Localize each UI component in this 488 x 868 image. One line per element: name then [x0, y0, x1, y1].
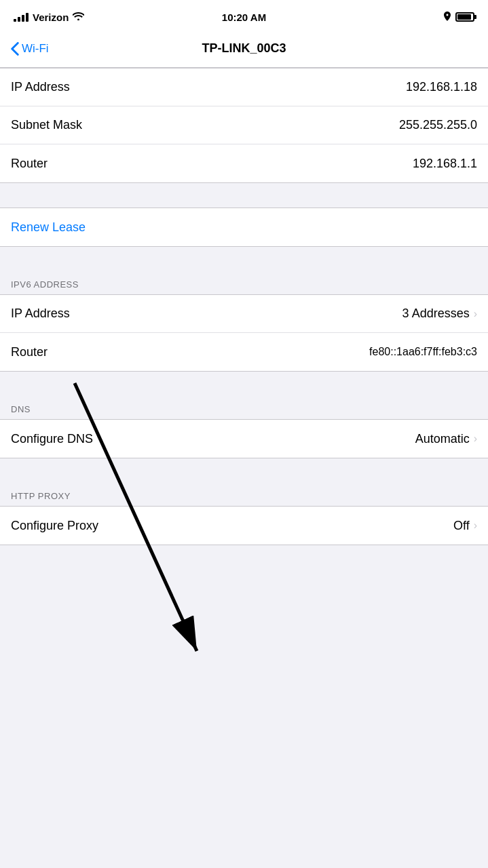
section-spacer — [0, 247, 488, 271]
dns-section-header: DNS — [0, 396, 488, 419]
configure-proxy-value: Off › — [453, 519, 477, 533]
router-label: Router — [11, 157, 48, 171]
subnet-mask-value: 255.255.255.0 — [399, 118, 477, 132]
status-bar: Verizon 10:20 AM — [0, 0, 488, 30]
wifi-icon — [73, 12, 84, 22]
configure-proxy-row[interactable]: Configure Proxy Off › — [0, 507, 488, 545]
table-row[interactable]: IP Address 3 Addresses › — [0, 295, 488, 333]
ipv6-router-value: fe80::1aa6:f7ff:feb3:c3 — [369, 346, 477, 358]
table-row: IP Address 192.168.1.18 — [0, 68, 488, 106]
location-icon — [443, 12, 451, 23]
chevron-right-icon: › — [474, 519, 477, 532]
dns-header-text: DNS — [11, 404, 31, 414]
ipv6-header-text: IPV6 ADDRESS — [11, 279, 79, 290]
back-button[interactable]: Wi-Fi — [11, 42, 49, 56]
status-left: Verizon — [14, 12, 84, 23]
configure-dns-row[interactable]: Configure DNS Automatic › — [0, 420, 488, 458]
http-proxy-section-header: HTTP PROXY — [0, 483, 488, 506]
ipv6-section-header: IPV6 ADDRESS — [0, 271, 488, 294]
ipv6-ip-address-label: IP Address — [11, 307, 70, 321]
section-spacer — [0, 372, 488, 396]
dns-section: Configure DNS Automatic › — [0, 419, 488, 458]
renew-lease-row[interactable]: Renew Lease — [0, 208, 488, 246]
table-row: Router fe80::1aa6:f7ff:feb3:c3 — [0, 333, 488, 371]
ipv6-router-label: Router — [11, 345, 48, 359]
configure-dns-value: Automatic › — [415, 432, 477, 446]
battery-icon — [455, 12, 474, 22]
subnet-mask-label: Subnet Mask — [11, 118, 82, 132]
chevron-right-icon: › — [474, 308, 477, 320]
configure-proxy-label: Configure Proxy — [11, 519, 98, 533]
renew-lease-label[interactable]: Renew Lease — [11, 220, 86, 235]
http-proxy-section: Configure Proxy Off › — [0, 506, 488, 545]
section-spacer — [0, 458, 488, 483]
ip-address-value: 192.168.1.18 — [406, 80, 477, 94]
status-time: 10:20 AM — [222, 12, 266, 23]
renew-lease-section: Renew Lease — [0, 208, 488, 247]
ip-address-label: IP Address — [11, 80, 70, 94]
table-row: Subnet Mask 255.255.255.0 — [0, 106, 488, 144]
table-row: Router 192.168.1.1 — [0, 144, 488, 182]
signal-bars-icon — [14, 12, 29, 22]
nav-bar: Wi-Fi TP-LINK_00C3 — [0, 30, 488, 68]
page-title: TP-LINK_00C3 — [202, 41, 286, 56]
ipv6-ip-address-value: 3 Addresses › — [402, 307, 477, 321]
router-value: 192.168.1.1 — [413, 157, 477, 171]
carrier-label: Verizon — [33, 12, 69, 23]
back-label: Wi-Fi — [22, 42, 49, 56]
chevron-right-icon: › — [474, 433, 477, 445]
ipv6-section: IP Address 3 Addresses › Router fe80::1a… — [0, 294, 488, 372]
status-right — [443, 12, 474, 23]
bottom-spacer — [0, 545, 488, 586]
ipv4-section: IP Address 192.168.1.18 Subnet Mask 255.… — [0, 68, 488, 183]
content: IP Address 192.168.1.18 Subnet Mask 255.… — [0, 68, 488, 586]
configure-dns-label: Configure DNS — [11, 432, 93, 446]
http-proxy-header-text: HTTP PROXY — [11, 491, 71, 501]
section-spacer — [0, 183, 488, 208]
